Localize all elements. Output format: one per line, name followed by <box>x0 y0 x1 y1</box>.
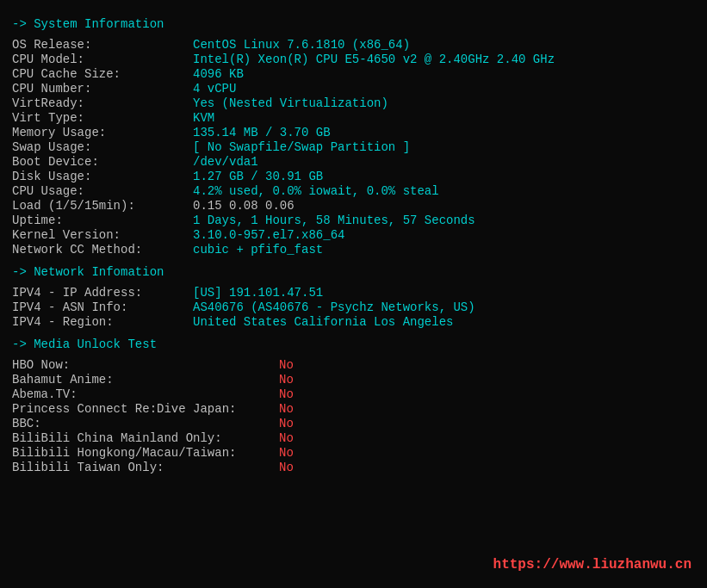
system-label: Boot Device: <box>12 155 193 169</box>
system-value: 1 Days, 1 Hours, 58 Minutes, 57 Seconds <box>193 214 475 227</box>
media-label: Bilibili Taiwan Only: <box>12 461 279 474</box>
system-info-block: OS Release:CentOS Linux 7.6.1810 (x86_64… <box>12 38 695 257</box>
system-label: Memory Usage: <box>12 126 193 139</box>
network-label: IPV4 - Region: <box>12 315 193 329</box>
system-label: Kernel Version: <box>12 228 193 242</box>
media-label: Abema.TV: <box>12 387 279 401</box>
media-value: No <box>279 431 294 445</box>
system-row: Kernel Version:3.10.0-957.el7.x86_64 <box>12 228 695 242</box>
network-header: -> Network Infomation <box>12 265 695 279</box>
network-row: IPV4 - IP Address:[US] 191.101.47.51 <box>12 286 695 300</box>
system-value: 1.27 GB / 30.91 GB <box>193 170 323 183</box>
system-label: Virt Type: <box>12 111 193 125</box>
system-row: CPU Usage:4.2% used, 0.0% iowait, 0.0% s… <box>12 184 695 198</box>
media-label: BBC: <box>12 417 279 430</box>
network-label: IPV4 - ASN Info: <box>12 300 193 314</box>
system-row: Swap Usage:[ No Swapfile/Swap Partition … <box>12 140 695 154</box>
system-row: CPU Model:Intel(R) Xeon(R) CPU E5-4650 v… <box>12 53 695 66</box>
media-row: HBO Now:No <box>12 358 695 372</box>
media-value: No <box>279 373 294 387</box>
system-value: cubic + pfifo_fast <box>193 243 323 257</box>
system-value: CentOS Linux 7.6.1810 (x86_64) <box>193 38 410 52</box>
system-row: Memory Usage:135.14 MB / 3.70 GB <box>12 126 695 139</box>
media-row: Bilibili Taiwan Only:No <box>12 461 695 474</box>
media-label: Princess Connect Re:Dive Japan: <box>12 402 279 416</box>
network-row: IPV4 - Region:United States California L… <box>12 315 695 329</box>
system-label: CPU Number: <box>12 82 193 96</box>
system-label: OS Release: <box>12 38 193 52</box>
media-value: No <box>279 417 294 430</box>
system-value: [ No Swapfile/Swap Partition ] <box>193 140 410 154</box>
system-value: Intel(R) Xeon(R) CPU E5-4650 v2 @ 2.40GH… <box>193 53 555 66</box>
system-row: Disk Usage:1.27 GB / 30.91 GB <box>12 170 695 183</box>
media-row: BBC:No <box>12 417 695 430</box>
media-row: BiliBili China Mainland Only:No <box>12 431 695 445</box>
media-info-block: HBO Now:NoBahamut Anime:NoAbema.TV:NoPri… <box>12 358 695 474</box>
system-row: OS Release:CentOS Linux 7.6.1810 (x86_64… <box>12 38 695 52</box>
media-label: Bahamut Anime: <box>12 373 279 387</box>
network-value: AS40676 (AS40676 - Psychz Networks, US) <box>193 300 475 314</box>
system-row: Load (1/5/15min):0.15 0.08 0.06 <box>12 199 695 213</box>
media-row: Abema.TV:No <box>12 387 695 401</box>
media-row: Princess Connect Re:Dive Japan:No <box>12 402 695 416</box>
network-label: IPV4 - IP Address: <box>12 286 193 300</box>
system-header: -> System Information <box>12 17 695 31</box>
system-label: CPU Cache Size: <box>12 67 193 81</box>
system-label: Swap Usage: <box>12 140 193 154</box>
media-value: No <box>279 461 294 474</box>
system-section: -> System Information OS Release:CentOS … <box>12 17 695 257</box>
system-value: 4096 KB <box>193 67 244 81</box>
system-row: Network CC Method:cubic + pfifo_fast <box>12 243 695 257</box>
media-value: No <box>279 446 294 460</box>
system-value: Yes (Nested Virtualization) <box>193 96 388 110</box>
system-value: /dev/vda1 <box>193 155 258 169</box>
watermark: https://www.liuzhanwu.cn <box>493 557 691 573</box>
system-label: VirtReady: <box>12 96 193 110</box>
media-value: No <box>279 387 294 401</box>
system-value: 4.2% used, 0.0% iowait, 0.0% steal <box>193 184 439 198</box>
system-label: Uptime: <box>12 214 193 227</box>
system-row: Uptime:1 Days, 1 Hours, 58 Minutes, 57 S… <box>12 214 695 227</box>
network-value: United States California Los Angeles <box>193 315 453 329</box>
system-label: Network CC Method: <box>12 243 193 257</box>
system-value: 135.14 MB / 3.70 GB <box>193 126 331 139</box>
system-value: KVM <box>193 111 214 125</box>
media-label: Bilibili Hongkong/Macau/Taiwan: <box>12 446 279 460</box>
system-row: VirtReady:Yes (Nested Virtualization) <box>12 96 695 110</box>
media-value: No <box>279 402 294 416</box>
media-header: -> Media Unlock Test <box>12 337 695 351</box>
media-row: Bilibili Hongkong/Macau/Taiwan:No <box>12 446 695 460</box>
system-label: CPU Model: <box>12 53 193 66</box>
system-value: 3.10.0-957.el7.x86_64 <box>193 228 344 242</box>
system-label: Load (1/5/15min): <box>12 199 193 213</box>
system-row: Virt Type:KVM <box>12 111 695 125</box>
system-label: CPU Usage: <box>12 184 193 198</box>
system-row: Boot Device:/dev/vda1 <box>12 155 695 169</box>
media-label: HBO Now: <box>12 358 279 372</box>
network-row: IPV4 - ASN Info:AS40676 (AS40676 - Psych… <box>12 300 695 314</box>
network-value: [US] 191.101.47.51 <box>193 286 323 300</box>
system-value: 0.15 0.08 0.06 <box>193 199 295 213</box>
media-row: Bahamut Anime:No <box>12 373 695 387</box>
system-row: CPU Cache Size:4096 KB <box>12 67 695 81</box>
media-label: BiliBili China Mainland Only: <box>12 431 279 445</box>
system-label: Disk Usage: <box>12 170 193 183</box>
network-info-block: IPV4 - IP Address:[US] 191.101.47.51IPV4… <box>12 286 695 329</box>
network-section: -> Network Infomation IPV4 - IP Address:… <box>12 265 695 329</box>
system-value: 4 vCPU <box>193 82 236 96</box>
media-section: -> Media Unlock Test HBO Now:NoBahamut A… <box>12 337 695 474</box>
media-value: No <box>279 358 294 372</box>
system-row: CPU Number:4 vCPU <box>12 82 695 96</box>
